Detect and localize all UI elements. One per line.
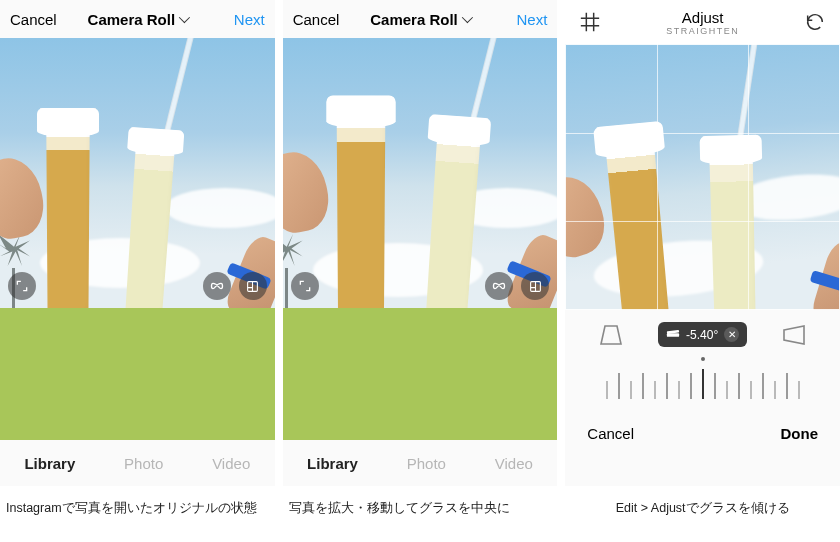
adjust-subtitle: STRAIGHTEN: [666, 26, 739, 36]
clear-angle-icon[interactable]: ✕: [724, 327, 739, 342]
tab-library[interactable]: Library: [24, 455, 75, 472]
perspective-vertical-icon[interactable]: [598, 323, 624, 347]
topbar: Cancel Camera Roll Next: [283, 0, 558, 38]
chevron-down-icon: [462, 12, 473, 23]
straighten-ruler[interactable]: [606, 365, 800, 399]
cancel-button[interactable]: Cancel: [10, 11, 70, 28]
tab-library[interactable]: Library: [307, 455, 358, 472]
photo-preview[interactable]: [283, 38, 558, 308]
expand-icon[interactable]: [8, 272, 36, 300]
panel-3: Adjust STRAIGHTEN: [565, 0, 840, 518]
adjust-done-button[interactable]: Done: [781, 425, 819, 442]
album-picker[interactable]: Camera Roll: [70, 11, 205, 28]
thumbnail-strip[interactable]: [283, 308, 558, 440]
tab-video[interactable]: Video: [212, 455, 250, 472]
angle-value: -5.40°: [686, 328, 718, 342]
undo-icon[interactable]: [802, 9, 828, 35]
tab-photo[interactable]: Photo: [407, 455, 446, 472]
topbar: Adjust STRAIGHTEN: [565, 0, 840, 44]
collage-icon[interactable]: [521, 272, 549, 300]
infinity-icon[interactable]: [203, 272, 231, 300]
photo-preview[interactable]: [565, 44, 840, 310]
next-button[interactable]: Next: [205, 11, 265, 28]
topbar: Cancel Camera Roll Next: [0, 0, 275, 38]
panel-2: Cancel Camera Roll Next: [283, 0, 558, 518]
photo-preview[interactable]: [0, 38, 275, 308]
tab-video[interactable]: Video: [495, 455, 533, 472]
adjust-cancel-button[interactable]: Cancel: [587, 425, 634, 442]
cancel-button[interactable]: Cancel: [293, 11, 353, 28]
angle-indicator[interactable]: -5.40° ✕: [658, 322, 747, 347]
crop-grid-icon[interactable]: [577, 9, 603, 35]
album-picker[interactable]: Camera Roll: [353, 11, 488, 28]
expand-icon[interactable]: [291, 272, 319, 300]
album-title: Camera Roll: [370, 11, 458, 28]
album-title: Camera Roll: [88, 11, 176, 28]
bottom-tabs: Library Photo Video: [0, 440, 275, 486]
level-icon: [666, 329, 680, 341]
thumbnail-strip[interactable]: [0, 308, 275, 440]
bottom-tabs: Library Photo Video: [283, 440, 558, 486]
next-button[interactable]: Next: [487, 11, 547, 28]
tab-photo[interactable]: Photo: [124, 455, 163, 472]
chevron-down-icon: [179, 12, 190, 23]
infinity-icon[interactable]: [485, 272, 513, 300]
panel-1: Cancel Camera Roll Next: [0, 0, 275, 518]
caption: Instagramで写真を開いたオリジナルの状態: [0, 486, 275, 518]
ruler-center-dot: [701, 357, 705, 361]
caption: Edit > Adjustでグラスを傾ける: [565, 486, 840, 518]
perspective-horizontal-icon[interactable]: [781, 323, 807, 347]
caption: 写真を拡大・移動してグラスを中央に: [283, 486, 558, 518]
collage-icon[interactable]: [239, 272, 267, 300]
adjust-title: Adjust: [666, 9, 739, 26]
